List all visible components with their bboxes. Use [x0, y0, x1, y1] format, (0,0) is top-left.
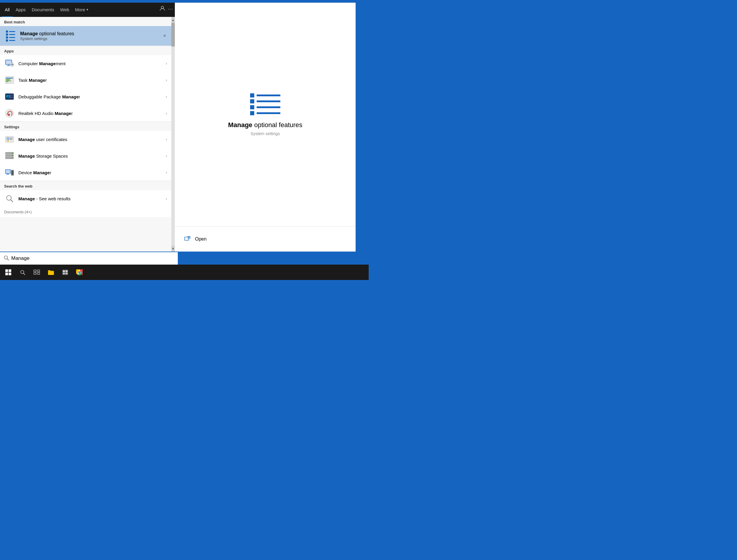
device-manager-icon: [4, 167, 15, 178]
task-manager-text: Task Manager: [18, 78, 166, 83]
computer-management-icon: [4, 58, 15, 69]
svg-rect-15: [6, 81, 11, 81]
certificates-text: Manage user certificates: [18, 137, 166, 142]
search-bar-icon: [4, 255, 9, 262]
tab-documents[interactable]: Documents: [29, 3, 57, 17]
task-manager-icon: [4, 75, 15, 85]
tab-web[interactable]: Web: [57, 3, 72, 17]
svg-line-48: [7, 259, 9, 260]
svg-rect-16: [6, 81, 8, 82]
taskbar-windows-store-button[interactable]: [58, 265, 72, 279]
more-options-icon[interactable]: ···: [168, 6, 173, 12]
results-scroll[interactable]: ▲ Best match: [0, 17, 175, 252]
svg-rect-8: [12, 65, 12, 66]
best-match-icon: [4, 30, 17, 42]
svg-point-6: [12, 64, 13, 65]
right-panel: Manage optional features System settings…: [175, 3, 356, 252]
svg-point-36: [12, 157, 13, 159]
left-panel: All Apps Documents Web More ▾ ···: [0, 3, 175, 252]
svg-rect-2: [6, 60, 11, 64]
svg-rect-63: [65, 273, 68, 274]
svg-rect-28: [10, 138, 13, 138]
result-certificates[interactable]: Manage user certificates ›: [0, 131, 171, 148]
scrollbar-thumb[interactable]: [171, 23, 175, 47]
svg-rect-19: [9, 95, 13, 95]
debuggable-text: Debuggable Package Manager: [18, 94, 166, 99]
documents-partial: Documents (4+): [0, 207, 171, 217]
result-computer-management[interactable]: Computer Management ›: [0, 55, 171, 72]
tab-all[interactable]: All: [2, 3, 13, 17]
best-match-close[interactable]: ×: [162, 32, 167, 40]
device-manager-arrow: ›: [166, 170, 167, 175]
scroll-up-arrow[interactable]: ▲: [171, 17, 175, 23]
svg-rect-61: [65, 270, 68, 272]
certificates-arrow: ›: [166, 137, 167, 142]
result-task-manager[interactable]: Task Manager ›: [0, 72, 171, 88]
result-debuggable[interactable]: PS Debuggable Package Manager ›: [0, 88, 171, 105]
web-search-icon: [4, 193, 15, 204]
svg-point-34: [12, 153, 13, 154]
best-match-header: Best match: [0, 17, 171, 26]
svg-rect-55: [34, 270, 36, 272]
svg-rect-40: [6, 174, 9, 175]
svg-rect-24: [8, 114, 10, 114]
taskbar-chrome-button[interactable]: [72, 265, 87, 279]
storage-text: Manage Storage Spaces: [18, 153, 166, 159]
search-window: All Apps Documents Web More ▾ ···: [0, 3, 356, 252]
svg-point-0: [161, 6, 164, 9]
taskbar-explorer-button[interactable]: [44, 265, 58, 279]
svg-point-35: [12, 155, 13, 156]
svg-rect-57: [34, 273, 36, 274]
svg-rect-12: [6, 78, 13, 79]
certificates-icon: [4, 134, 15, 145]
svg-rect-7: [12, 63, 12, 64]
debuggable-icon: PS: [4, 91, 15, 102]
svg-point-47: [4, 256, 8, 259]
realtek-icon: [4, 108, 15, 119]
svg-rect-49: [5, 269, 8, 272]
open-label: Open: [195, 236, 207, 242]
svg-rect-52: [9, 273, 11, 275]
account-icon[interactable]: [159, 5, 165, 13]
svg-rect-51: [5, 273, 8, 275]
open-icon: [184, 236, 191, 243]
result-web-search[interactable]: Manage - See web results ›: [0, 190, 171, 207]
storage-arrow: ›: [166, 153, 167, 158]
svg-point-22: [5, 109, 14, 117]
scroll-down[interactable]: ▼: [171, 246, 175, 252]
scrollbar-track: ▲ ▼: [171, 17, 175, 252]
result-storage[interactable]: Manage Storage Spaces ›: [0, 148, 171, 164]
search-bar-container: [0, 252, 178, 265]
taskbar-search-button[interactable]: [15, 265, 30, 279]
svg-rect-10: [13, 64, 14, 65]
storage-icon: [4, 151, 15, 161]
svg-rect-20: [9, 96, 12, 97]
manage-features-icon: [6, 31, 15, 41]
open-action[interactable]: Open: [184, 233, 347, 246]
svg-rect-50: [9, 269, 11, 272]
realtek-arrow: ›: [166, 111, 167, 116]
result-device-manager[interactable]: Device Manager ›: [0, 164, 171, 181]
best-match-subtitle: System settings: [20, 36, 162, 41]
device-manager-text: Device Manager: [18, 170, 166, 175]
tab-more[interactable]: More ▾: [72, 3, 91, 17]
search-input[interactable]: [11, 255, 174, 261]
best-match-text: Manage optional features System settings: [20, 31, 162, 41]
svg-rect-60: [63, 270, 65, 272]
taskbar-taskview-button[interactable]: [30, 265, 44, 279]
svg-point-43: [12, 175, 13, 175]
settings-section-header: Settings: [0, 122, 171, 131]
preview-icon: [250, 93, 280, 115]
svg-rect-56: [37, 270, 40, 272]
apps-section-header: Apps: [0, 46, 171, 55]
taskbar: [0, 265, 369, 280]
start-button[interactable]: [1, 265, 15, 279]
svg-rect-30: [8, 141, 8, 142]
svg-rect-25: [5, 136, 14, 142]
svg-rect-29: [10, 139, 12, 140]
tab-apps[interactable]: Apps: [13, 3, 29, 17]
preview-subtitle: System settings: [251, 131, 280, 136]
result-realtek[interactable]: Realtek HD Audio Manager ›: [0, 105, 171, 121]
best-match-item[interactable]: Manage optional features System settings…: [0, 26, 171, 46]
svg-rect-46: [185, 237, 189, 240]
